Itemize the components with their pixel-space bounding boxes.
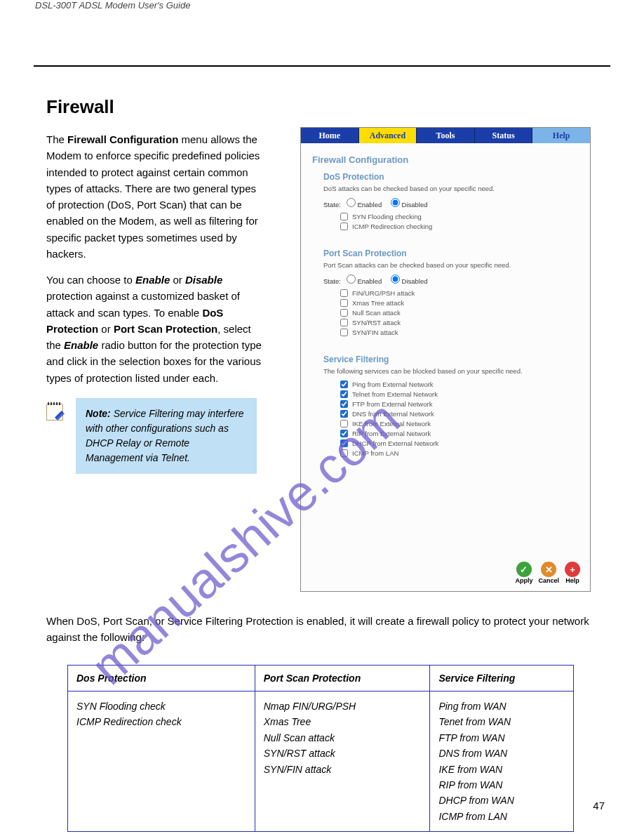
help-label: Help bbox=[565, 577, 579, 584]
cancel-label: Cancel bbox=[538, 577, 559, 584]
nav-status[interactable]: Status bbox=[475, 128, 533, 143]
ps-check-2-label: Null Scan attack bbox=[352, 309, 401, 317]
page-number: 47 bbox=[593, 800, 605, 812]
dos-check-0-label: SYN Flooding checking bbox=[352, 213, 422, 220]
apply-label: Apply bbox=[515, 577, 532, 584]
svcfilter-title: Service Filtering bbox=[323, 355, 579, 364]
nav-bar: Home Advanced Tools Status Help bbox=[301, 128, 590, 143]
svc-check-3-label: DNS from External Network bbox=[352, 410, 434, 418]
page-title: Firewall bbox=[46, 96, 114, 118]
ps-check-4-label: SYN/FIN attack bbox=[352, 329, 398, 336]
dos-disabled-radio[interactable] bbox=[391, 198, 400, 207]
portscan-title: Port Scan Protection bbox=[323, 249, 579, 258]
portscan-enabled-radio[interactable] bbox=[347, 274, 356, 284]
svc-check-7-label: ICMP from LAN bbox=[352, 449, 398, 457]
th-portscan: Port Scan Protection bbox=[255, 666, 430, 691]
svc-check-1[interactable] bbox=[340, 390, 348, 398]
ps-check-0-label: FIN/URG/PSH attack bbox=[352, 289, 415, 297]
svc-check-2-label: FTP from External Network bbox=[352, 400, 432, 408]
svc-check-6-label: DHCP from External Network bbox=[352, 439, 438, 447]
svc-check-3[interactable] bbox=[340, 410, 348, 418]
ps-check-2[interactable] bbox=[340, 309, 348, 317]
protection-table: Dos Protection Port Scan Protection Serv… bbox=[67, 665, 574, 832]
ps-check-3[interactable] bbox=[340, 319, 348, 326]
svc-check-6[interactable] bbox=[340, 439, 348, 447]
ps-check-1[interactable] bbox=[340, 299, 348, 307]
help-button[interactable]: + bbox=[565, 562, 580, 577]
nav-help[interactable]: Help bbox=[532, 128, 590, 143]
portscan-disabled-radio[interactable] bbox=[391, 274, 400, 284]
dos-enabled-radio[interactable] bbox=[347, 198, 356, 207]
below-text: When DoS, Port Scan, or Service Filterin… bbox=[46, 613, 593, 654]
nav-home[interactable]: Home bbox=[301, 128, 359, 143]
ps-check-0[interactable] bbox=[340, 289, 348, 297]
dos-state: State: Enabled Disabled bbox=[323, 198, 579, 208]
header-left: DSL-300T ADSL Modem User's Guide bbox=[35, 0, 190, 11]
svc-check-1-label: Telnet from External Network bbox=[352, 390, 438, 398]
nav-advanced[interactable]: Advanced bbox=[359, 128, 417, 143]
svc-check-0[interactable] bbox=[340, 380, 348, 388]
apply-button[interactable]: ✓ bbox=[516, 562, 532, 577]
svc-check-0-label: Ping from External Network bbox=[352, 380, 434, 388]
ps-check-1-label: Xmas Tree attack bbox=[352, 299, 404, 307]
firewall-screenshot: Home Advanced Tools Status Help Firewall… bbox=[300, 127, 591, 592]
svc-check-2[interactable] bbox=[340, 400, 348, 408]
action-buttons: ✓Apply ✕Cancel +Help bbox=[515, 562, 580, 584]
dos-desc: DoS attacks can be checked based on your… bbox=[323, 185, 579, 192]
ps-check-3-label: SYN/RST attack bbox=[352, 319, 401, 326]
cancel-button[interactable]: ✕ bbox=[541, 562, 556, 577]
ps-check-4[interactable] bbox=[340, 329, 348, 336]
firewall-config-title: Firewall Configuration bbox=[312, 154, 579, 165]
svcfilter-desc: The following services can be blocked ba… bbox=[323, 367, 579, 375]
dos-check-1-label: ICMP Redirection checking bbox=[352, 223, 432, 230]
nav-tools[interactable]: Tools bbox=[417, 128, 475, 143]
dos-check-0[interactable] bbox=[340, 213, 348, 220]
svc-check-5-label: RIP from External Network bbox=[352, 430, 431, 437]
portscan-desc: Port Scan attacks can be checked based o… bbox=[323, 261, 579, 269]
intro-text: The Firewall Configuration menu allows t… bbox=[46, 131, 264, 396]
td-portscan: Nmap FIN/URG/PSHXmas TreeNull Scan attac… bbox=[255, 691, 430, 832]
horizontal-rule bbox=[34, 65, 610, 67]
portscan-state: State: Enabled Disabled bbox=[323, 274, 579, 285]
note-icon bbox=[46, 404, 66, 423]
th-svcfilter: Service Filtering bbox=[430, 666, 574, 691]
dos-title: DoS Protection bbox=[323, 172, 579, 182]
note-box: Note: Service Filtering may interfere wi… bbox=[76, 398, 257, 474]
svc-check-4[interactable] bbox=[340, 420, 348, 428]
td-svcfilter: Ping from WANTenet from WANFTP from WAND… bbox=[430, 691, 574, 832]
dos-check-1[interactable] bbox=[340, 223, 348, 230]
svc-check-4-label: IKE from External Network bbox=[352, 420, 431, 428]
svc-check-5[interactable] bbox=[340, 430, 348, 437]
td-dos: SYN Flooding checkICMP Redirection check bbox=[68, 691, 255, 832]
th-dos: Dos Protection bbox=[68, 666, 255, 691]
svc-check-7[interactable] bbox=[340, 449, 348, 457]
